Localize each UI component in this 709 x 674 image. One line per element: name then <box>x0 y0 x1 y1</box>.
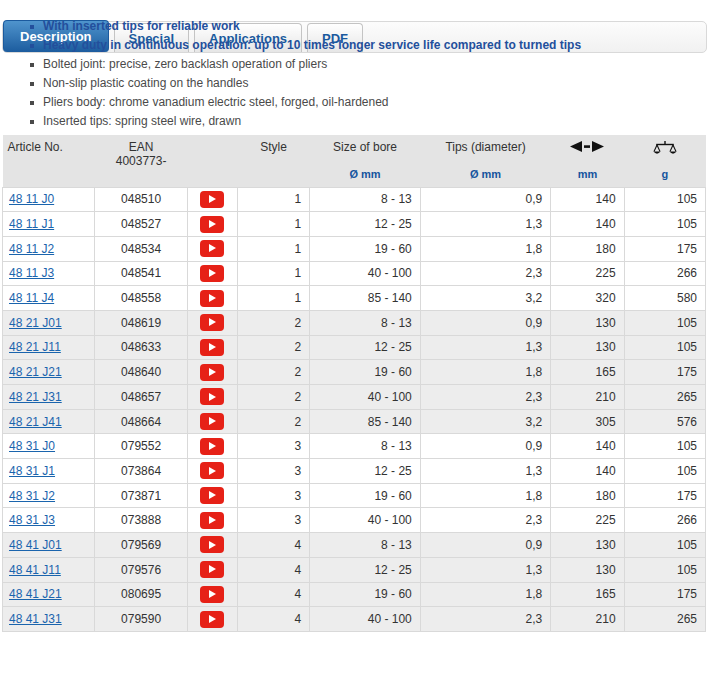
ean-label: EAN <box>95 140 187 154</box>
play-icon <box>209 220 216 228</box>
ean-value: 048619 <box>121 316 161 330</box>
length-value: 210 <box>596 612 616 626</box>
weight-value: 175 <box>677 242 697 256</box>
col-header-style: Style <box>237 135 309 168</box>
video-play-button[interactable] <box>200 512 224 529</box>
article-link[interactable]: 48 31 J3 <box>9 513 55 527</box>
bore-value: 12 - 25 <box>374 563 411 577</box>
video-play-button[interactable] <box>200 611 224 628</box>
table-row: 48 41 J31079590440 - 1002,3210265 <box>3 607 706 632</box>
tips-value: 1,8 <box>526 587 543 601</box>
bore-value: 40 - 100 <box>368 390 412 404</box>
tips-value: 1,3 <box>526 340 543 354</box>
length-value: 320 <box>596 291 616 305</box>
play-icon <box>209 244 216 252</box>
article-link[interactable]: 48 41 J01 <box>9 538 62 552</box>
article-link[interactable]: 48 21 J01 <box>9 316 62 330</box>
article-link[interactable]: 48 11 J1 <box>9 217 54 231</box>
style-value: 4 <box>295 587 302 601</box>
style-value: 3 <box>295 439 302 453</box>
article-link[interactable]: 48 11 J3 <box>9 266 54 280</box>
ean-value: 048510 <box>121 192 161 206</box>
play-icon <box>209 467 216 475</box>
article-link[interactable]: 48 21 J41 <box>9 415 62 429</box>
style-value: 2 <box>295 316 302 330</box>
video-play-button[interactable] <box>200 388 224 405</box>
video-play-button[interactable] <box>200 290 224 307</box>
style-value: 1 <box>295 217 302 231</box>
play-icon <box>209 615 216 623</box>
bore-value: 40 - 100 <box>368 513 412 527</box>
table-row: 48 41 J21080695419 - 601,8165175 <box>3 582 706 607</box>
style-value: 2 <box>295 365 302 379</box>
bore-value: 19 - 60 <box>374 489 411 503</box>
bore-value: 8 - 13 <box>381 316 412 330</box>
col-header-ean: EAN 4003773- <box>95 135 187 168</box>
video-play-button[interactable] <box>200 536 224 553</box>
article-link[interactable]: 48 11 J4 <box>9 291 54 305</box>
play-icon <box>209 590 216 598</box>
table-row: 48 31 J2073871319 - 601,8180175 <box>3 483 706 508</box>
article-link[interactable]: 48 21 J11 <box>9 340 61 354</box>
video-play-button[interactable] <box>200 561 224 578</box>
play-icon <box>209 541 216 549</box>
tips-value: 1,8 <box>526 365 543 379</box>
article-link[interactable]: 48 31 J2 <box>9 489 55 503</box>
video-play-button[interactable] <box>200 487 224 504</box>
video-play-button[interactable] <box>200 265 224 282</box>
unit-weight: g <box>624 168 705 187</box>
article-link[interactable]: 48 11 J2 <box>9 242 54 256</box>
ean-value: 048633 <box>121 340 161 354</box>
ean-value: 048558 <box>121 291 161 305</box>
tips-value: 0,9 <box>526 316 543 330</box>
video-play-button[interactable] <box>200 339 224 356</box>
table-row: 48 11 J1048527112 - 251,3140105 <box>3 212 706 237</box>
ean-value: 079590 <box>121 612 161 626</box>
style-value: 3 <box>295 464 302 478</box>
unit-length: mm <box>551 168 624 187</box>
tips-value: 1,3 <box>526 217 543 231</box>
balance-scale-icon <box>653 140 677 154</box>
double-arrow-icon <box>570 140 604 154</box>
table-row: 48 21 J11048633212 - 251,3130105 <box>3 335 706 360</box>
length-value: 130 <box>596 538 616 552</box>
weight-value: 175 <box>677 489 697 503</box>
length-value: 180 <box>596 242 616 256</box>
article-link[interactable]: 48 31 J0 <box>9 439 55 453</box>
weight-value: 576 <box>677 415 697 429</box>
article-link[interactable]: 48 41 J31 <box>9 612 62 626</box>
article-link[interactable]: 48 21 J31 <box>9 390 62 404</box>
ean-value: 048534 <box>121 242 161 256</box>
video-play-button[interactable] <box>200 216 224 233</box>
bore-value: 19 - 60 <box>374 365 411 379</box>
ean-value: 079569 <box>121 538 161 552</box>
feature-list: With inserted tips for reliable work Hea… <box>0 17 709 131</box>
video-play-button[interactable] <box>200 240 224 257</box>
video-play-button[interactable] <box>200 586 224 603</box>
bore-value: 8 - 13 <box>381 439 412 453</box>
tips-value: 1,3 <box>526 464 543 478</box>
length-value: 130 <box>596 340 616 354</box>
article-link[interactable]: 48 31 J1 <box>9 464 55 478</box>
play-icon <box>209 294 216 302</box>
weight-value: 266 <box>677 513 697 527</box>
play-icon <box>209 195 216 203</box>
length-value: 225 <box>596 266 616 280</box>
play-icon <box>209 393 216 401</box>
article-link[interactable]: 48 11 J0 <box>9 192 54 206</box>
video-play-button[interactable] <box>200 191 224 208</box>
video-play-button[interactable] <box>200 413 224 430</box>
article-link[interactable]: 48 41 J11 <box>9 563 61 577</box>
bore-value: 19 - 60 <box>374 587 411 601</box>
video-play-button[interactable] <box>200 462 224 479</box>
video-play-button[interactable] <box>200 314 224 331</box>
article-link[interactable]: 48 21 J21 <box>9 365 62 379</box>
style-value: 1 <box>295 266 302 280</box>
length-value: 165 <box>596 365 616 379</box>
video-play-button[interactable] <box>200 364 224 381</box>
bore-value: 12 - 25 <box>374 464 411 478</box>
video-play-button[interactable] <box>200 438 224 455</box>
article-link[interactable]: 48 41 J21 <box>9 587 62 601</box>
style-value: 2 <box>295 415 302 429</box>
style-value: 2 <box>295 390 302 404</box>
